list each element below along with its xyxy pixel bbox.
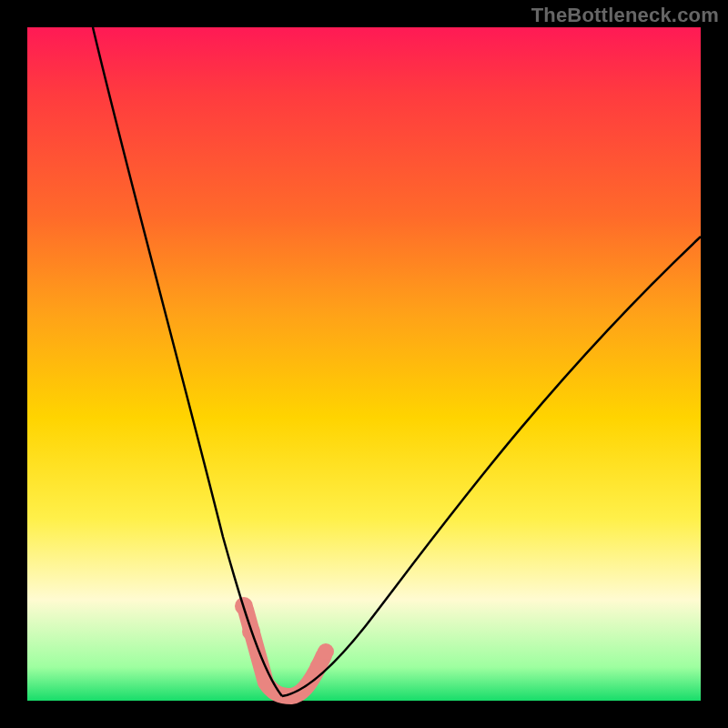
left-curve	[93, 27, 282, 696]
attribution-text: TheBottleneck.com	[531, 4, 719, 27]
chart-frame: TheBottleneck.com	[0, 0, 728, 728]
highlight-dot	[318, 643, 334, 660]
chart-svg	[27, 27, 701, 701]
highlight-segment	[246, 610, 324, 696]
right-curve	[282, 237, 701, 696]
